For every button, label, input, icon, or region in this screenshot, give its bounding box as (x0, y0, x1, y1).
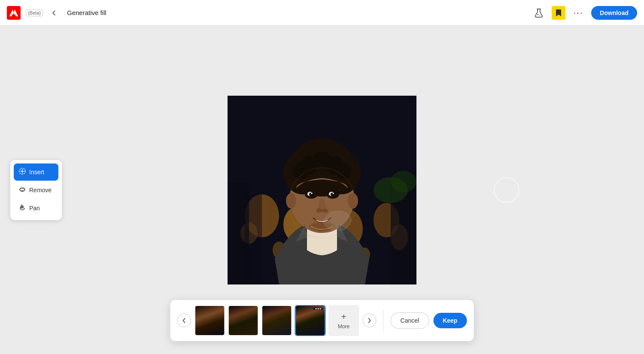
filmstrip-container: + More Cancel Keep (170, 300, 474, 341)
filmstrip-next-button[interactable] (363, 314, 377, 327)
svg-point-38 (333, 193, 334, 194)
filmstrip-actions: Cancel Keep (391, 312, 467, 329)
svg-point-30 (336, 162, 351, 179)
thumbnail-2[interactable] (228, 305, 259, 336)
back-button[interactable] (48, 7, 60, 19)
thumbnail-1[interactable] (194, 305, 225, 336)
svg-rect-0 (7, 6, 21, 20)
svg-point-5 (21, 170, 23, 172)
header-left: (Beta) Generative fill (7, 6, 106, 20)
lab-icon-button[interactable] (531, 5, 547, 21)
canvas-image[interactable] (228, 96, 416, 284)
tool-panel: Insert Remove Pan (10, 160, 62, 220)
beta-badge: (Beta) (26, 9, 43, 16)
keep-button[interactable]: Keep (433, 313, 467, 328)
page-title: Generative fill (67, 9, 106, 16)
more-button[interactable]: + More (328, 305, 359, 336)
svg-point-2 (538, 14, 538, 15)
brush-cursor (494, 177, 519, 203)
thumbnail-3[interactable] (261, 305, 292, 336)
svg-point-29 (293, 162, 308, 179)
pan-label: Pan (29, 205, 40, 212)
svg-point-39 (316, 209, 322, 213)
svg-point-19 (391, 171, 416, 192)
thumbnail-options[interactable] (313, 308, 323, 310)
svg-point-40 (322, 209, 328, 213)
pan-tool-button[interactable]: Pan (14, 200, 58, 217)
download-button[interactable]: Download (591, 6, 637, 20)
thumbnail-4[interactable] (295, 305, 326, 336)
adobe-logo[interactable] (7, 6, 21, 20)
cancel-button[interactable]: Cancel (391, 312, 429, 329)
header: (Beta) Generative fill ··· Download (0, 0, 644, 26)
svg-point-43 (348, 193, 358, 209)
bookmark-button[interactable] (552, 6, 565, 20)
svg-rect-17 (245, 194, 262, 284)
remove-label: Remove (29, 187, 52, 194)
svg-point-37 (311, 193, 313, 194)
more-label: More (338, 324, 349, 330)
remove-tool-button[interactable]: Remove (14, 182, 58, 199)
insert-tool-button[interactable]: Insert (14, 163, 58, 181)
plus-icon: + (341, 312, 346, 322)
main-area: Insert Remove Pan (0, 26, 644, 354)
insert-icon (19, 168, 26, 176)
insert-label: Insert (29, 169, 44, 175)
thumbnails: + More (194, 305, 359, 336)
canvas-image-container (228, 96, 416, 284)
svg-point-3 (539, 15, 540, 16)
remove-icon (19, 186, 26, 194)
more-options-button[interactable]: ··· (571, 5, 586, 21)
filmstrip-divider (383, 310, 384, 331)
header-right: ··· Download (531, 5, 637, 21)
pan-icon (19, 204, 26, 212)
svg-point-42 (286, 193, 296, 209)
filmstrip-prev-button[interactable] (177, 314, 191, 327)
